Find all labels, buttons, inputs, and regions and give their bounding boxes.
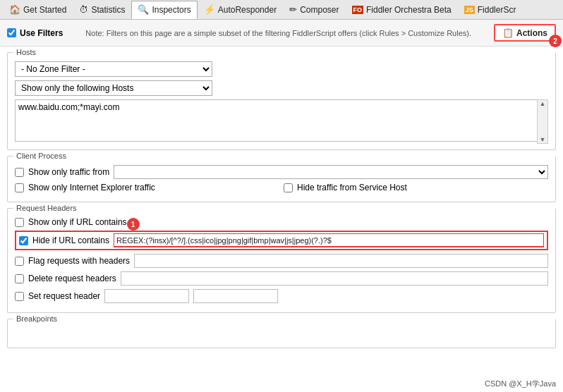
inspectors-icon: 🔍	[138, 4, 149, 15]
nav-label-fiddler-orchestra: Fiddler Orchestra Beta	[366, 5, 452, 15]
nav-label-get-started: Get Started	[23, 5, 66, 15]
flag-requests-row: Flag requests with headers	[15, 254, 548, 268]
show-url-row: Show only if URL contains 1	[15, 217, 548, 227]
nav-item-autoresponder[interactable]: ⚡ AutoResponder	[198, 1, 283, 19]
bottom-bar: CSDN @X_H学Java	[478, 376, 563, 392]
composer-icon: ✏	[289, 4, 297, 15]
nav-label-autoresponder: AutoResponder	[218, 5, 277, 15]
nav-item-statistics[interactable]: ⏱ Statistics	[73, 1, 131, 19]
hide-url-label: Hide if URL contains	[32, 235, 109, 245]
hosts-section: Hosts - No Zone Filter - Show only Intra…	[7, 52, 556, 150]
fiddler-scr-icon: JS	[464, 6, 475, 14]
set-header-name-input[interactable]	[104, 289, 189, 303]
actions-button[interactable]: 📋 Actions 2	[494, 24, 556, 42]
hosts-body: - No Zone Filter - Show only Intranet Ho…	[8, 61, 555, 144]
breakpoints-section: Breakpoints	[7, 319, 556, 348]
scrollbar: ▲ ▼	[537, 99, 548, 144]
zone-filter-row: - No Zone Filter - Show only Intranet Ho…	[15, 61, 548, 77]
ie-traffic-label: Show only Internet Explorer traffic	[28, 183, 155, 192]
nav-item-get-started[interactable]: 🏠 Get Started	[3, 1, 73, 19]
flag-requests-checkbox[interactable]	[15, 257, 24, 266]
scroll-down-arrow[interactable]: ▼	[540, 136, 546, 143]
delete-headers-label: Delete request headers	[28, 274, 116, 283]
filter-note: Note: Filters on this page are a simple …	[70, 29, 487, 37]
service-host-label: Hide traffic from Service Host	[297, 183, 407, 192]
actions-badge: 2	[549, 35, 562, 47]
delete-headers-input[interactable]	[121, 271, 548, 286]
show-url-label: Show only if URL contains	[28, 217, 127, 227]
nav-label-statistics: Statistics	[91, 5, 125, 15]
show-traffic-checkbox[interactable]	[15, 168, 24, 177]
delete-headers-row: Delete request headers	[15, 271, 548, 286]
service-host-group: Hide traffic from Service Host	[284, 183, 548, 192]
fiddler-orchestra-icon: FO	[352, 6, 364, 14]
breakpoints-body	[8, 328, 555, 342]
set-header-label: Set request header	[28, 291, 100, 301]
hide-url-row: Hide if URL contains	[15, 231, 548, 250]
filter-header: Use Filters Note: Filters on this page a…	[0, 20, 563, 47]
set-header-checkbox[interactable]	[15, 292, 24, 301]
request-headers-body: Show only if URL contains 1 Hide if URL …	[8, 217, 555, 303]
host-textarea-wrap: www.baidu.com;*mayi.com ▲ ▼	[15, 99, 548, 144]
zone-filter-select[interactable]: - No Zone Filter - Show only Intranet Ho…	[15, 61, 212, 77]
home-icon: 🏠	[9, 4, 20, 15]
ie-traffic-checkbox[interactable]	[15, 183, 24, 192]
service-host-checkbox[interactable]	[284, 183, 293, 192]
nav-item-inspectors[interactable]: 🔍 Inspectors	[131, 1, 197, 19]
request-headers-section: Request Headers Show only if URL contain…	[7, 208, 556, 313]
request-headers-title: Request Headers	[13, 204, 555, 212]
use-filters-group: Use Filters	[7, 28, 63, 38]
nav-label-composer: Composer	[300, 5, 339, 15]
statistics-icon: ⏱	[79, 4, 88, 15]
main-content: Use Filters Note: Filters on this page a…	[0, 20, 563, 392]
nav-bar: 🏠 Get Started ⏱ Statistics 🔍 Inspectors …	[0, 0, 563, 20]
flag-requests-input[interactable]	[134, 254, 548, 268]
show-url-checkbox[interactable]	[15, 218, 24, 227]
client-process-section: Client Process Show only traffic from Sh…	[7, 156, 556, 202]
traffic-from-select[interactable]	[114, 165, 548, 179]
nav-label-fiddler-scr: FiddlerScr	[478, 5, 516, 15]
use-filters-checkbox[interactable]	[7, 28, 16, 37]
ie-traffic-row: Show only Internet Explorer traffic Hide…	[15, 183, 548, 192]
hosts-title: Hosts	[13, 48, 555, 56]
use-filters-label: Use Filters	[20, 28, 63, 38]
client-process-body: Show only traffic from Show only Interne…	[8, 165, 555, 192]
nav-item-composer[interactable]: ✏ Composer	[283, 1, 345, 19]
breakpoints-title: Breakpoints	[13, 314, 555, 323]
nav-item-fiddler-scr[interactable]: JS FiddlerScr	[458, 1, 523, 19]
scroll-up-arrow[interactable]: ▲	[540, 100, 546, 107]
actions-icon: 📋	[502, 27, 514, 38]
hide-url-checkbox[interactable]	[19, 236, 28, 245]
host-filter-select[interactable]: Show only the following Hosts Hide the f…	[15, 80, 212, 96]
flag-requests-label: Flag requests with headers	[28, 256, 130, 266]
regex-input[interactable]	[114, 233, 544, 247]
show-traffic-row: Show only traffic from	[15, 165, 548, 179]
badge-1: 1	[127, 218, 140, 231]
bottom-bar-text: CSDN @X_H学Java	[485, 379, 556, 388]
set-header-row: Set request header	[15, 289, 548, 303]
host-textarea[interactable]: www.baidu.com;*mayi.com	[15, 99, 548, 142]
nav-label-inspectors: Inspectors	[152, 5, 190, 15]
autoresponder-icon: ⚡	[204, 4, 215, 15]
show-traffic-label: Show only traffic from	[28, 167, 109, 177]
nav-item-fiddler-orchestra[interactable]: FO Fiddler Orchestra Beta	[346, 1, 458, 19]
set-header-value-input[interactable]	[193, 289, 278, 303]
ie-traffic-group: Show only Internet Explorer traffic	[15, 183, 279, 192]
delete-headers-checkbox[interactable]	[15, 274, 24, 283]
host-filter-row: Show only the following Hosts Hide the f…	[15, 80, 548, 96]
client-process-title: Client Process	[13, 152, 555, 160]
actions-label: Actions	[516, 28, 547, 38]
